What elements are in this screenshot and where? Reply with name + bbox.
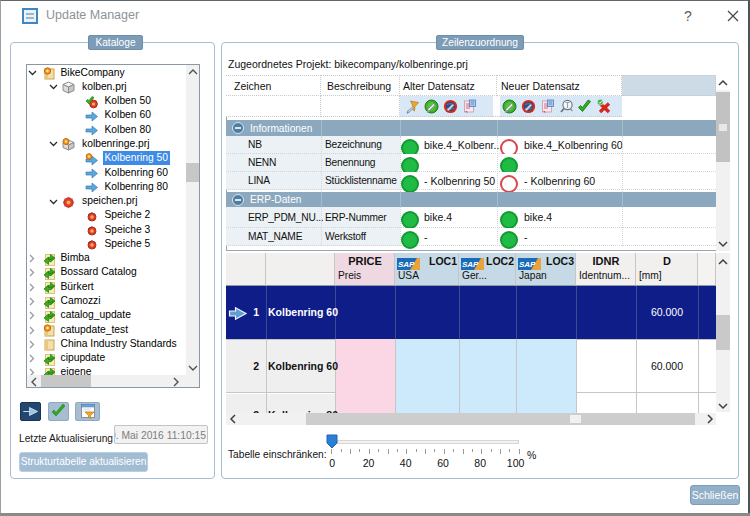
svg-text:SAP: SAP: [398, 260, 415, 269]
svg-text:SAP: SAP: [462, 260, 479, 269]
svg-text:SAP: SAP: [519, 260, 536, 269]
